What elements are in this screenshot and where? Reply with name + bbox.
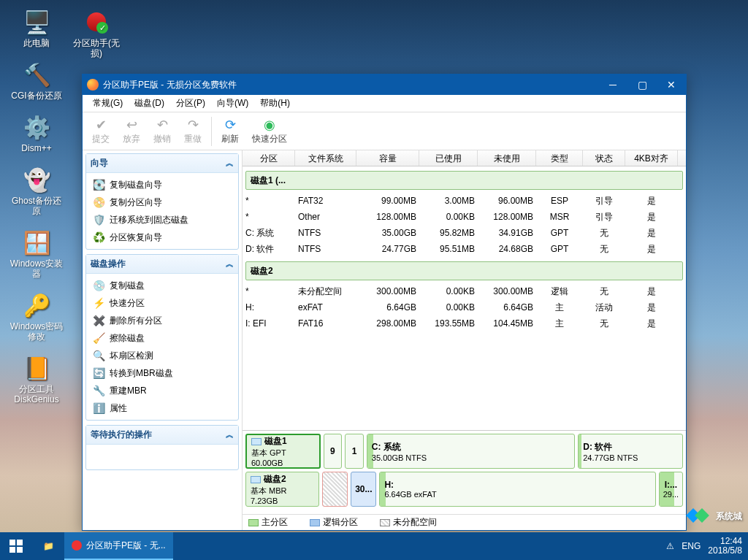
grid-body[interactable]: 磁盘1 (...*FAT3299.00MB3.00MB96.00MBESP引导是… xyxy=(243,166,686,430)
desktop-icon-pc[interactable]: 🖥️此电脑 xyxy=(9,7,64,48)
taskbar-app-partition[interactable]: 分区助手PE版 - 无... xyxy=(64,532,173,560)
ghost-icon: 👻 xyxy=(22,165,51,194)
panel-pending: 等待执行的操作︽ xyxy=(85,425,239,470)
legend-unallocated: 未分配空间 xyxy=(380,516,437,529)
op-rebuild-mbr[interactable]: 🔧重建MBR xyxy=(88,382,237,399)
menu-disk[interactable]: 磁盘(D) xyxy=(129,95,170,112)
taskbar: 📁 分区助手PE版 - 无... ⚠ ENG 12:442018/5/8 xyxy=(0,532,748,560)
diskmap-partition[interactable]: 9 xyxy=(324,434,343,469)
col-filesystem[interactable]: 文件系统 xyxy=(295,150,356,166)
partition-row[interactable]: *FAT3299.00MB3.00MB96.00MBESP引导是 xyxy=(243,193,686,209)
op-properties[interactable]: ℹ️属性 xyxy=(88,399,237,417)
start-button[interactable] xyxy=(0,532,32,560)
disk-group-header[interactable]: 磁盘1 (... xyxy=(245,171,683,190)
desktop-icon-wininstall[interactable]: 🪟Windows安装器 xyxy=(9,228,64,279)
disk-group-header[interactable]: 磁盘2 xyxy=(245,261,683,280)
redo-button[interactable]: ↷重做 xyxy=(178,114,208,149)
partition-row[interactable]: D: 软件NTFS24.77GB95.51MB24.68GBGPT无是 xyxy=(243,241,686,257)
partition-row[interactable]: *未分配空间300.00MB0.00KB300.00MB逻辑无是 xyxy=(243,283,686,299)
legend-primary: 主分区 xyxy=(248,516,288,529)
diskmap-row: 磁盘2基本 MBR7.23GB30...H:6.64GB exFATI:...2… xyxy=(245,472,683,507)
redo-icon: ↷ xyxy=(185,117,201,133)
partition-row[interactable]: H:exFAT6.64GB0.00KB6.64GB主活动是 xyxy=(243,299,686,315)
toolbar: ✔提交 ↩放弃 ↶撤销 ↷重做 ⟳刷新 ◉快速分区 xyxy=(83,112,686,150)
diskmap-partition[interactable]: 30... xyxy=(351,472,376,507)
op-copy-disk[interactable]: 💿复制磁盘 xyxy=(88,277,237,294)
desktop-icon-ghost[interactable]: 👻Ghost备份还原 xyxy=(9,165,64,216)
panel-wizard-header[interactable]: 向导︽ xyxy=(86,154,238,173)
col-type[interactable]: 类型 xyxy=(536,150,583,166)
grid-header: 分区 文件系统 容量 已使用 未使用 类型 状态 4KB对齐 xyxy=(243,150,686,166)
diskmap-partition[interactable]: 1 xyxy=(345,434,364,469)
desktop-icon-dism[interactable]: ⚙️Dism++ xyxy=(9,112,64,153)
partition-row[interactable]: *Other128.00MB0.00KB128.00MBMSR引导是 xyxy=(243,209,686,225)
op-convert-mbr[interactable]: 🔄转换到MBR磁盘 xyxy=(88,364,237,382)
undo-icon: ↶ xyxy=(154,117,170,133)
diskmap-partition[interactable]: H:6.64GB exFAT xyxy=(379,472,655,507)
diskmap-partition[interactable]: D: 软件24.77GB NTFS xyxy=(578,434,683,469)
col-state[interactable]: 状态 xyxy=(583,150,625,166)
op-bad-sector[interactable]: 🔍坏扇区检测 xyxy=(88,347,237,364)
menu-help[interactable]: 帮助(H) xyxy=(254,95,296,112)
refresh-button[interactable]: ⟳刷新 xyxy=(215,114,245,149)
wizard-recover-partition[interactable]: ♻️分区恢复向导 xyxy=(88,229,237,246)
op-wipe-disk[interactable]: 🧹擦除磁盘 xyxy=(88,329,237,347)
sidebar: 向导︽ 💽复制磁盘向导 📀复制分区向导 🛡️迁移系统到固态磁盘 ♻️分区恢复向导… xyxy=(83,150,242,530)
desktop-icon-cgi[interactable]: 🔨CGI备份还原 xyxy=(9,60,64,101)
discard-button[interactable]: ↩放弃 xyxy=(116,114,147,149)
partition-assistant-window: 分区助手PE版 - 无损分区免费软件 ─ ▢ ✕ 常规(G) 磁盘(D) 分区(… xyxy=(82,74,687,531)
minimize-button[interactable]: ─ xyxy=(598,74,627,95)
menu-partition[interactable]: 分区(P) xyxy=(170,95,211,112)
menu-general[interactable]: 常规(G) xyxy=(87,95,129,112)
maximize-button[interactable]: ▢ xyxy=(627,74,657,95)
diskmap-partition[interactable]: I:...29... xyxy=(659,472,683,507)
tray-lang[interactable]: ENG xyxy=(682,541,701,551)
tray-notification-icon[interactable]: ⚠ xyxy=(666,541,674,551)
key-icon: 🔑 xyxy=(22,291,51,320)
ssd-icon: 🛡️ xyxy=(92,213,105,226)
legend-logical: 逻辑分区 xyxy=(310,516,358,529)
col-capacity[interactable]: 容量 xyxy=(356,150,419,166)
partition-row[interactable]: C: 系统NTFS35.00GB95.82MB34.91GBGPT无是 xyxy=(243,225,686,241)
desktop-icon-diskgenius[interactable]: 📙分区工具DiskGenius xyxy=(9,353,64,404)
undo-button[interactable]: ↶撤销 xyxy=(147,114,178,149)
col-partition[interactable]: 分区 xyxy=(243,150,295,166)
chevron-up-icon[interactable]: ︽ xyxy=(226,429,234,440)
watermark-logo-icon xyxy=(685,503,711,529)
window-controls: ─ ▢ ✕ xyxy=(598,74,686,95)
col-align[interactable]: 4KB对齐 xyxy=(625,150,678,166)
commit-button[interactable]: ✔提交 xyxy=(85,114,116,149)
diskmap-partition[interactable] xyxy=(322,472,348,507)
globe-icon: ◉ xyxy=(262,117,278,133)
titlebar[interactable]: 分区助手PE版 - 无损分区免费软件 ─ ▢ ✕ xyxy=(83,74,686,95)
recover-icon: ♻️ xyxy=(92,231,105,244)
panel-pending-header[interactable]: 等待执行的操作︽ xyxy=(86,426,238,445)
panel-diskops-header[interactable]: 磁盘操作︽ xyxy=(86,255,238,274)
chevron-up-icon[interactable]: ︽ xyxy=(226,158,234,169)
desktop-icon-partition-assistant[interactable]: ✓分区助手(无损) xyxy=(69,7,124,58)
diskmap-disk-info[interactable]: 磁盘2基本 MBR7.23GB xyxy=(245,472,319,507)
system-tray: ⚠ ENG 12:442018/5/8 xyxy=(666,532,748,560)
wizard-copy-partition[interactable]: 📀复制分区向导 xyxy=(88,193,237,211)
quick-partition-button[interactable]: ◉快速分区 xyxy=(245,114,294,149)
partition-icon: ✓ xyxy=(82,7,111,37)
window-body: 向导︽ 💽复制磁盘向导 📀复制分区向导 🛡️迁移系统到固态磁盘 ♻️分区恢复向导… xyxy=(83,150,686,530)
col-free[interactable]: 未使用 xyxy=(478,150,536,166)
partition-row[interactable]: I: EFIFAT16298.00MB193.55MB104.45MB主无是 xyxy=(243,315,686,331)
wizard-copy-disk[interactable]: 💽复制磁盘向导 xyxy=(88,176,237,193)
wizard-migrate-ssd[interactable]: 🛡️迁移系统到固态磁盘 xyxy=(88,211,237,229)
tray-clock[interactable]: 12:442018/5/8 xyxy=(708,537,742,556)
diskmap-partition[interactable]: C: 系统35.00GB NTFS xyxy=(367,434,575,469)
gear-icon: ⚙️ xyxy=(22,112,51,142)
desktop-icon-winpass[interactable]: 🔑Windows密码修改 xyxy=(9,291,64,342)
op-quick-partition[interactable]: ⚡快速分区 xyxy=(88,294,237,312)
chevron-up-icon[interactable]: ︽ xyxy=(226,258,234,269)
diskmap-disk-info[interactable]: 磁盘1基本 GPT60.00GB xyxy=(245,434,321,469)
menu-wizard[interactable]: 向导(W) xyxy=(211,95,254,112)
op-delete-all[interactable]: ✖️删除所有分区 xyxy=(88,312,237,329)
close-button[interactable]: ✕ xyxy=(657,74,686,95)
scan-icon: 🔍 xyxy=(92,349,105,362)
discard-icon: ↩ xyxy=(123,117,140,133)
col-used[interactable]: 已使用 xyxy=(419,150,478,166)
taskbar-explorer-icon[interactable]: 📁 xyxy=(32,532,64,560)
